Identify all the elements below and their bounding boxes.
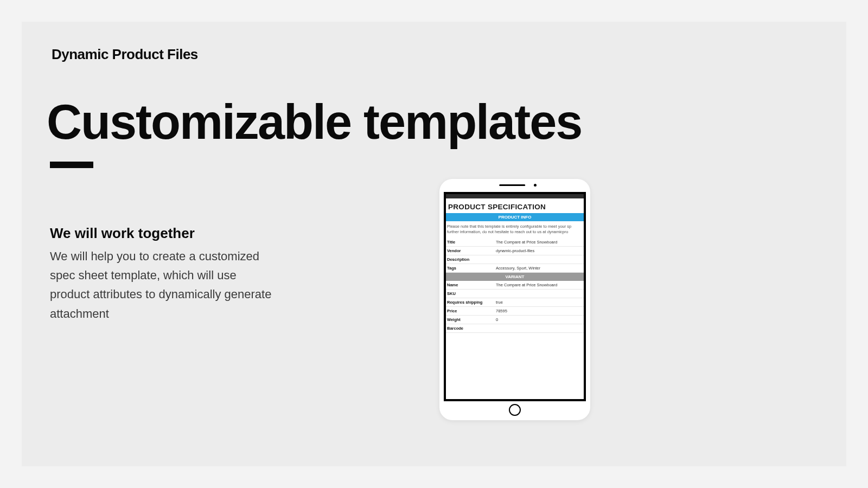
subtitle: We will work together [50,225,195,242]
tablet-home-button-icon [509,404,521,416]
row-key: Title [447,240,496,245]
row-key: Requires shipping [447,300,496,305]
tablet-mockup: PRODUCT SPECIFICATION PRODUCT INFO Pleas… [439,179,590,420]
row-value [496,291,583,296]
row-key: Barcode [447,326,496,331]
section-header-variant: VARIANT [446,273,584,281]
brand-label: Dynamic Product Files [52,46,198,63]
row-value: dynamic-product-files [496,248,583,253]
row-value: 0 [496,317,583,322]
row-key: Price [447,309,496,313]
variant-row: Price 78595 [446,307,584,316]
info-row: Vendor dynamic-product-files [446,247,584,255]
screen-topbar [446,194,584,198]
tablet-earpiece [499,184,525,186]
row-value: true [496,300,583,305]
variant-row: Barcode [446,324,584,333]
variant-row: Weight 0 [446,316,584,324]
info-row: Title The Compare at Price Snowboard [446,238,584,247]
row-value: The Compare at Price Snowboard [496,282,583,287]
variant-row: Requires shipping true [446,298,584,307]
variant-row: Name The Compare at Price Snowboard [446,281,584,290]
row-key: Name [447,282,496,287]
row-value: 78595 [496,309,583,313]
row-key: SKU [447,291,496,296]
variant-row: SKU [446,290,584,298]
main-title: Customizable templates [47,98,582,146]
row-value: Accessory, Sport, Winter [496,266,583,271]
tablet-screen: PRODUCT SPECIFICATION PRODUCT INFO Pleas… [444,192,586,401]
spec-heading: PRODUCT SPECIFICATION [446,198,584,213]
info-row: Description [446,255,584,264]
row-value [496,257,583,262]
row-value [496,326,583,331]
spec-note: Please note that this template is entire… [446,221,584,238]
tablet-camera-icon [534,184,537,187]
info-row: Tags Accessory, Sport, Winter [446,264,584,273]
title-underline [50,162,93,168]
section-header-product-info: PRODUCT INFO [446,213,584,221]
row-key: Tags [447,266,496,271]
body-text: We will help you to create a customized … [50,247,278,323]
row-key: Weight [447,317,496,322]
slide: Dynamic Product Files Customizable templ… [22,22,846,466]
row-value: The Compare at Price Snowboard [496,240,583,245]
row-key: Vendor [447,248,496,253]
row-key: Description [447,257,496,262]
